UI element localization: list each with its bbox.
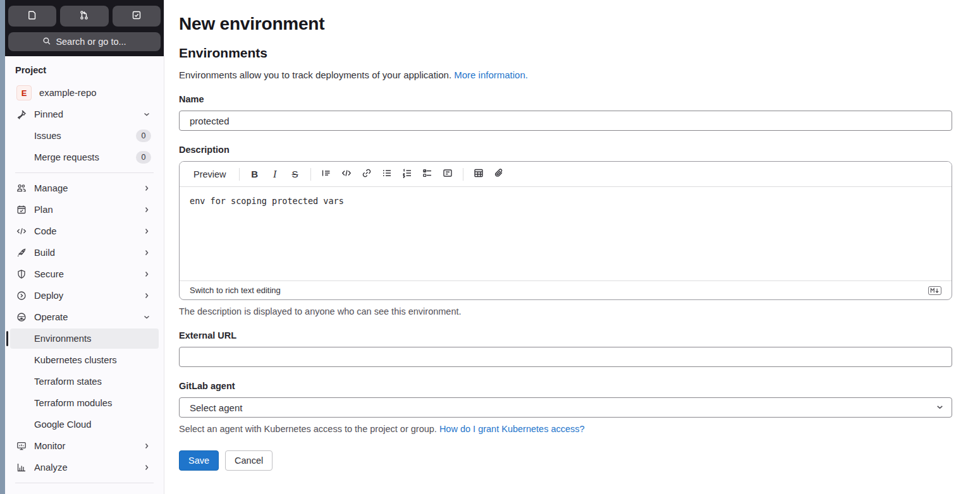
editor-footer: Switch to rich text editing xyxy=(180,280,952,299)
search-input[interactable]: Search or go to... xyxy=(8,32,161,51)
todo-shortcut-button[interactable] xyxy=(113,6,161,27)
sidebar-item-secure[interactable]: Secure xyxy=(10,264,159,284)
task-list-button[interactable] xyxy=(419,166,436,183)
name-label: Name xyxy=(179,94,952,104)
project-avatar: E xyxy=(16,85,32,100)
issues-shortcut-button[interactable] xyxy=(8,6,56,27)
search-icon xyxy=(42,37,51,47)
sidebar-item-issues[interactable]: Issues 0 xyxy=(10,126,159,146)
sidebar-section-label: Project xyxy=(5,61,164,81)
italic-button[interactable]: I xyxy=(266,166,284,183)
markdown-editor: Preview B I S xyxy=(179,161,952,300)
code-icon xyxy=(16,226,27,236)
sidebar-item-environments[interactable]: Environments xyxy=(10,328,159,349)
kubernetes-access-link[interactable]: How do I grant Kubernetes access? xyxy=(439,424,585,434)
bold-button[interactable]: B xyxy=(246,166,264,183)
sidebar-item-manage[interactable]: Manage xyxy=(10,178,159,198)
blockquote-button[interactable] xyxy=(317,166,335,183)
markdown-toolbar: Preview B I S xyxy=(180,162,952,187)
italic-icon: I xyxy=(273,169,276,180)
task-list-icon xyxy=(422,168,432,180)
code-icon xyxy=(341,168,352,180)
sidebar-item-terraform-states[interactable]: Terraform states xyxy=(10,371,159,392)
name-input[interactable] xyxy=(179,111,952,131)
sidebar-item-label: Terraform modules xyxy=(34,398,151,408)
sidebar-item-label: Environments xyxy=(34,334,151,344)
chevron-right-icon xyxy=(142,249,151,256)
sidebar-item-pinned[interactable]: Pinned xyxy=(10,104,159,124)
sidebar-item-terraform-modules[interactable]: Terraform modules xyxy=(10,393,159,413)
description-label: Description xyxy=(179,145,952,155)
search-label: Search or go to... xyxy=(56,37,126,47)
sidebar-item-deploy[interactable]: Deploy xyxy=(10,286,159,306)
chart-icon xyxy=(16,462,27,473)
sidebar-item-analyze[interactable]: Analyze xyxy=(10,457,159,478)
intro-sentence: Environments allow you to track deployme… xyxy=(179,69,451,80)
chevron-down-icon xyxy=(936,402,944,413)
sidebar-item-label: Analyze xyxy=(34,462,135,473)
agent-helper-text: Select an agent with Kubernetes access t… xyxy=(179,424,952,434)
sidebar-item-monitor[interactable]: Monitor xyxy=(10,436,159,456)
sidebar-item-code[interactable]: Code xyxy=(10,221,159,241)
bullet-list-button[interactable] xyxy=(378,166,396,183)
external-url-input[interactable] xyxy=(179,347,952,367)
section-heading: Environments xyxy=(179,45,952,61)
operate-icon xyxy=(16,312,27,322)
chevron-right-icon xyxy=(142,292,151,299)
table-icon xyxy=(474,168,484,180)
link-button[interactable] xyxy=(358,166,376,183)
gitlab-agent-label: GitLab agent xyxy=(179,381,952,391)
sidebar-item-plan[interactable]: Plan xyxy=(10,200,159,220)
sidebar-item-label: Build xyxy=(34,248,135,258)
chevron-down-icon xyxy=(142,313,151,321)
blockquote-icon xyxy=(321,168,331,180)
sidebar-item-merge-requests[interactable]: Merge requests 0 xyxy=(10,147,159,167)
strikethrough-icon: S xyxy=(292,169,298,179)
cancel-button[interactable]: Cancel xyxy=(225,450,273,471)
project-sidebar: Project E example-repo Pinned Issue xyxy=(5,56,164,494)
collapsible-section-button[interactable] xyxy=(439,166,456,183)
sidebar-divider xyxy=(15,172,154,173)
monitor-icon xyxy=(16,441,27,451)
sidebar-item-kubernetes-clusters[interactable]: Kubernetes clusters xyxy=(10,350,159,370)
sidebar-item-label: Plan xyxy=(34,205,135,215)
more-information-link[interactable]: More information. xyxy=(454,69,528,80)
description-textarea[interactable]: env for scoping protected vars xyxy=(180,187,952,280)
main-content: New environment Environments Environment… xyxy=(164,0,980,494)
sidebar-item-label: Deploy xyxy=(34,291,135,301)
app-window: Search or go to... Project E example-rep… xyxy=(0,0,980,494)
save-button[interactable]: Save xyxy=(179,450,219,471)
intro-text: Environments allow you to track deployme… xyxy=(179,69,952,80)
sidebar-item-label: Secure xyxy=(34,269,135,279)
description-helper-text: The description is displayed to anyone w… xyxy=(179,306,952,316)
switch-rich-text-link[interactable]: Switch to rich text editing xyxy=(190,286,281,295)
external-url-label: External URL xyxy=(179,330,952,340)
project-name: example-repo xyxy=(39,88,151,98)
toolbar-separator xyxy=(239,168,240,181)
code-button[interactable] xyxy=(338,166,355,183)
attach-file-button[interactable] xyxy=(490,166,508,183)
merge-requests-count-badge: 0 xyxy=(136,151,151,164)
chevron-right-icon xyxy=(142,442,151,450)
sidebar-divider xyxy=(15,483,154,483)
sidebar-item-build[interactable]: Build xyxy=(10,243,159,263)
sidebar-item-google-cloud[interactable]: Google Cloud xyxy=(10,414,159,435)
agent-select[interactable]: Select agent xyxy=(179,397,952,418)
bold-icon: B xyxy=(251,169,258,179)
todo-checklist-icon xyxy=(132,10,142,22)
users-icon xyxy=(16,183,27,193)
merge-request-icon xyxy=(79,10,89,22)
agent-helper-sentence: Select an agent with Kubernetes access t… xyxy=(179,424,437,434)
strikethrough-button[interactable]: S xyxy=(286,166,304,183)
agent-field-group: GitLab agent Select agent Select an agen… xyxy=(179,381,952,434)
sidebar-item-operate[interactable]: Operate xyxy=(10,307,159,327)
agent-select-value: Select agent xyxy=(190,402,242,413)
chevron-right-icon xyxy=(142,184,151,192)
chevron-right-icon xyxy=(142,464,151,471)
numbered-list-button[interactable] xyxy=(398,166,416,183)
name-field-group: Name xyxy=(179,94,952,131)
sidebar-item-project[interactable]: E example-repo xyxy=(10,83,159,103)
preview-tab[interactable]: Preview xyxy=(187,166,233,183)
merge-requests-shortcut-button[interactable] xyxy=(60,6,108,27)
table-button[interactable] xyxy=(470,166,487,183)
